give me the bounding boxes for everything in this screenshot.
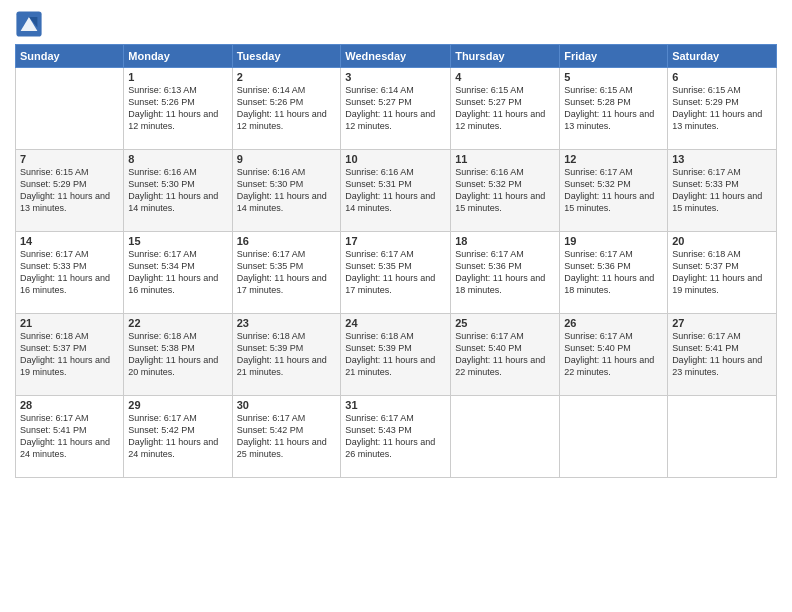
day-number: 23 (237, 317, 337, 329)
calendar-week-5: 28Sunrise: 6:17 AM Sunset: 5:41 PM Dayli… (16, 396, 777, 478)
calendar-cell (16, 68, 124, 150)
day-info: Sunrise: 6:17 AM Sunset: 5:33 PM Dayligh… (672, 166, 772, 215)
calendar-cell: 7Sunrise: 6:15 AM Sunset: 5:29 PM Daylig… (16, 150, 124, 232)
day-info: Sunrise: 6:17 AM Sunset: 5:40 PM Dayligh… (564, 330, 663, 379)
day-number: 20 (672, 235, 772, 247)
day-number: 30 (237, 399, 337, 411)
day-number: 8 (128, 153, 227, 165)
day-info: Sunrise: 6:16 AM Sunset: 5:31 PM Dayligh… (345, 166, 446, 215)
day-info: Sunrise: 6:15 AM Sunset: 5:27 PM Dayligh… (455, 84, 555, 133)
calendar-table: SundayMondayTuesdayWednesdayThursdayFrid… (15, 44, 777, 478)
day-number: 31 (345, 399, 446, 411)
day-number: 16 (237, 235, 337, 247)
header-sunday: Sunday (16, 45, 124, 68)
day-info: Sunrise: 6:17 AM Sunset: 5:40 PM Dayligh… (455, 330, 555, 379)
day-number: 28 (20, 399, 119, 411)
calendar-cell: 31Sunrise: 6:17 AM Sunset: 5:43 PM Dayli… (341, 396, 451, 478)
calendar-week-1: 1Sunrise: 6:13 AM Sunset: 5:26 PM Daylig… (16, 68, 777, 150)
day-info: Sunrise: 6:14 AM Sunset: 5:26 PM Dayligh… (237, 84, 337, 133)
calendar-cell: 28Sunrise: 6:17 AM Sunset: 5:41 PM Dayli… (16, 396, 124, 478)
calendar-cell: 18Sunrise: 6:17 AM Sunset: 5:36 PM Dayli… (451, 232, 560, 314)
day-number: 19 (564, 235, 663, 247)
day-info: Sunrise: 6:16 AM Sunset: 5:30 PM Dayligh… (237, 166, 337, 215)
day-number: 3 (345, 71, 446, 83)
calendar-cell: 16Sunrise: 6:17 AM Sunset: 5:35 PM Dayli… (232, 232, 341, 314)
header-thursday: Thursday (451, 45, 560, 68)
day-info: Sunrise: 6:18 AM Sunset: 5:37 PM Dayligh… (20, 330, 119, 379)
day-info: Sunrise: 6:18 AM Sunset: 5:39 PM Dayligh… (237, 330, 337, 379)
calendar-cell: 21Sunrise: 6:18 AM Sunset: 5:37 PM Dayli… (16, 314, 124, 396)
calendar-cell: 10Sunrise: 6:16 AM Sunset: 5:31 PM Dayli… (341, 150, 451, 232)
day-number: 29 (128, 399, 227, 411)
day-number: 27 (672, 317, 772, 329)
day-number: 2 (237, 71, 337, 83)
calendar-cell: 30Sunrise: 6:17 AM Sunset: 5:42 PM Dayli… (232, 396, 341, 478)
day-number: 21 (20, 317, 119, 329)
day-info: Sunrise: 6:18 AM Sunset: 5:39 PM Dayligh… (345, 330, 446, 379)
day-number: 14 (20, 235, 119, 247)
day-number: 24 (345, 317, 446, 329)
calendar-cell: 24Sunrise: 6:18 AM Sunset: 5:39 PM Dayli… (341, 314, 451, 396)
page-header (15, 10, 777, 38)
calendar-cell: 17Sunrise: 6:17 AM Sunset: 5:35 PM Dayli… (341, 232, 451, 314)
calendar-cell: 13Sunrise: 6:17 AM Sunset: 5:33 PM Dayli… (668, 150, 777, 232)
calendar-cell: 15Sunrise: 6:17 AM Sunset: 5:34 PM Dayli… (124, 232, 232, 314)
calendar-cell: 23Sunrise: 6:18 AM Sunset: 5:39 PM Dayli… (232, 314, 341, 396)
day-number: 5 (564, 71, 663, 83)
header-saturday: Saturday (668, 45, 777, 68)
calendar-cell: 9Sunrise: 6:16 AM Sunset: 5:30 PM Daylig… (232, 150, 341, 232)
logo (15, 10, 47, 38)
calendar-cell: 6Sunrise: 6:15 AM Sunset: 5:29 PM Daylig… (668, 68, 777, 150)
calendar-cell: 2Sunrise: 6:14 AM Sunset: 5:26 PM Daylig… (232, 68, 341, 150)
day-info: Sunrise: 6:17 AM Sunset: 5:36 PM Dayligh… (455, 248, 555, 297)
day-info: Sunrise: 6:17 AM Sunset: 5:43 PM Dayligh… (345, 412, 446, 461)
day-info: Sunrise: 6:17 AM Sunset: 5:42 PM Dayligh… (128, 412, 227, 461)
day-info: Sunrise: 6:17 AM Sunset: 5:41 PM Dayligh… (672, 330, 772, 379)
day-number: 4 (455, 71, 555, 83)
calendar-week-3: 14Sunrise: 6:17 AM Sunset: 5:33 PM Dayli… (16, 232, 777, 314)
calendar-cell: 3Sunrise: 6:14 AM Sunset: 5:27 PM Daylig… (341, 68, 451, 150)
day-number: 11 (455, 153, 555, 165)
calendar-cell: 11Sunrise: 6:16 AM Sunset: 5:32 PM Dayli… (451, 150, 560, 232)
day-info: Sunrise: 6:18 AM Sunset: 5:37 PM Dayligh… (672, 248, 772, 297)
day-number: 17 (345, 235, 446, 247)
day-info: Sunrise: 6:15 AM Sunset: 5:28 PM Dayligh… (564, 84, 663, 133)
header-monday: Monday (124, 45, 232, 68)
day-info: Sunrise: 6:17 AM Sunset: 5:41 PM Dayligh… (20, 412, 119, 461)
day-info: Sunrise: 6:15 AM Sunset: 5:29 PM Dayligh… (672, 84, 772, 133)
calendar-cell: 26Sunrise: 6:17 AM Sunset: 5:40 PM Dayli… (560, 314, 668, 396)
day-number: 12 (564, 153, 663, 165)
day-info: Sunrise: 6:14 AM Sunset: 5:27 PM Dayligh… (345, 84, 446, 133)
calendar-week-4: 21Sunrise: 6:18 AM Sunset: 5:37 PM Dayli… (16, 314, 777, 396)
calendar-cell: 4Sunrise: 6:15 AM Sunset: 5:27 PM Daylig… (451, 68, 560, 150)
day-number: 26 (564, 317, 663, 329)
header-wednesday: Wednesday (341, 45, 451, 68)
logo-icon (15, 10, 43, 38)
calendar-cell: 27Sunrise: 6:17 AM Sunset: 5:41 PM Dayli… (668, 314, 777, 396)
day-number: 1 (128, 71, 227, 83)
day-info: Sunrise: 6:17 AM Sunset: 5:34 PM Dayligh… (128, 248, 227, 297)
calendar-cell: 20Sunrise: 6:18 AM Sunset: 5:37 PM Dayli… (668, 232, 777, 314)
calendar-cell: 5Sunrise: 6:15 AM Sunset: 5:28 PM Daylig… (560, 68, 668, 150)
header-tuesday: Tuesday (232, 45, 341, 68)
calendar-header-row: SundayMondayTuesdayWednesdayThursdayFrid… (16, 45, 777, 68)
calendar-cell: 29Sunrise: 6:17 AM Sunset: 5:42 PM Dayli… (124, 396, 232, 478)
calendar-cell (451, 396, 560, 478)
day-info: Sunrise: 6:17 AM Sunset: 5:35 PM Dayligh… (237, 248, 337, 297)
day-number: 13 (672, 153, 772, 165)
calendar-cell (668, 396, 777, 478)
day-number: 25 (455, 317, 555, 329)
day-info: Sunrise: 6:18 AM Sunset: 5:38 PM Dayligh… (128, 330, 227, 379)
day-info: Sunrise: 6:17 AM Sunset: 5:42 PM Dayligh… (237, 412, 337, 461)
calendar-week-2: 7Sunrise: 6:15 AM Sunset: 5:29 PM Daylig… (16, 150, 777, 232)
day-info: Sunrise: 6:17 AM Sunset: 5:35 PM Dayligh… (345, 248, 446, 297)
day-info: Sunrise: 6:17 AM Sunset: 5:36 PM Dayligh… (564, 248, 663, 297)
calendar-cell: 12Sunrise: 6:17 AM Sunset: 5:32 PM Dayli… (560, 150, 668, 232)
day-number: 9 (237, 153, 337, 165)
day-number: 22 (128, 317, 227, 329)
day-number: 6 (672, 71, 772, 83)
calendar-cell (560, 396, 668, 478)
page-container: SundayMondayTuesdayWednesdayThursdayFrid… (0, 0, 792, 612)
day-info: Sunrise: 6:17 AM Sunset: 5:32 PM Dayligh… (564, 166, 663, 215)
calendar-cell: 14Sunrise: 6:17 AM Sunset: 5:33 PM Dayli… (16, 232, 124, 314)
